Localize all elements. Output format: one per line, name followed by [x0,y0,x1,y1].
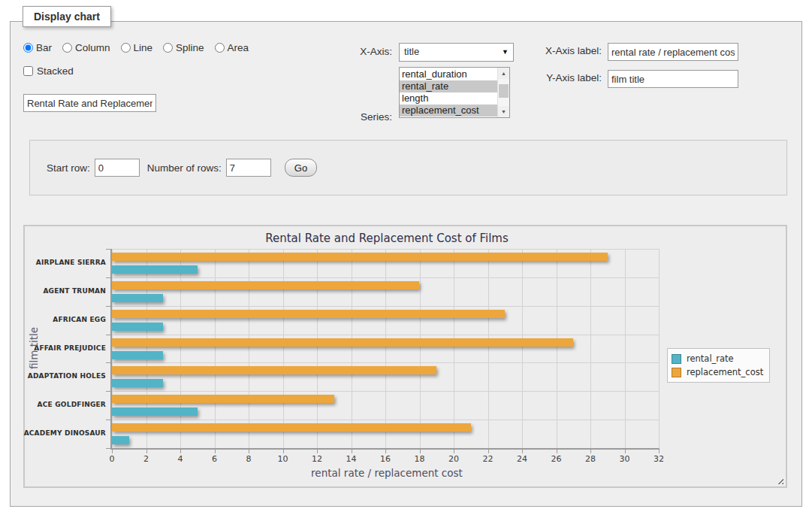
rows-panel: Start row: Number of rows: Go [29,140,787,195]
stacked-checkbox[interactable] [23,66,33,76]
legend-label-rental_rate: rental_rate [687,353,734,364]
y-axis-line [110,249,112,450]
scrollbar-track[interactable] [498,79,509,106]
series-options: rental_durationrental_ratelengthreplacem… [400,68,497,117]
bar-rental_rate [112,436,129,444]
radio-label-spline: Spline [176,42,204,53]
legend-label-replacement_cost: replacement_cost [687,367,763,377]
stacked-checkbox-row[interactable]: Stacked [23,65,74,77]
chart-container: Rental Rate and Replacement Cost of Film… [23,225,787,488]
gridline-horizontal [112,420,659,420]
x-tick-label: 20 [439,454,469,464]
category-label: AFFAIR PREJUDICE [34,344,106,353]
resize-grip-icon[interactable] [776,477,783,484]
x-tick-label: 18 [405,454,435,464]
gridline-vertical [352,249,352,448]
bar-replacement_cost [112,366,436,374]
scroll-down-icon[interactable]: ▼ [498,106,509,117]
gridline-vertical [659,249,660,448]
chart-title-input[interactable] [23,94,156,112]
x-tick-label: 30 [610,454,640,464]
gridline-vertical [590,249,591,448]
display-chart-panel: Display chart BarColumnLineSplineArea St… [10,21,802,507]
gridline-horizontal [112,335,659,335]
bar-replacement_cost [112,310,505,318]
radio-column[interactable] [62,43,72,53]
chart-type-option-column[interactable]: Column [62,42,110,53]
x-tick-label: 32 [644,454,674,464]
x-axis-selected-value: title [404,46,419,57]
x-axis-select[interactable]: title ▼ [399,43,514,62]
radio-area[interactable] [215,43,225,53]
x-tick-mark [215,450,216,453]
scrollbar-thumb[interactable] [499,84,509,98]
x-axis-label-input[interactable] [608,43,738,61]
x-tick-mark [385,450,386,453]
x-tick-mark [454,450,454,453]
category-label: AGENT TRUMAN [43,287,106,295]
scrollbar[interactable]: ▲ ▼ [497,68,509,117]
scroll-up-icon[interactable]: ▲ [498,68,509,79]
x-tick-mark [146,450,147,453]
series-listbox[interactable]: rental_durationrental_ratelengthreplacem… [399,67,510,118]
x-tick-label: 10 [268,454,298,464]
y-tick-mark [106,420,110,420]
legend-item-rental_rate: rental_rate [672,352,763,365]
series-option-replacement_cost[interactable]: replacement_cost [400,105,497,117]
radio-label-column: Column [75,42,110,53]
number-of-rows-label: Number of rows: [147,162,222,174]
y-tick-mark [106,362,110,363]
category-label: ADAPTATION HOLES [28,372,106,380]
gridline-horizontal [112,277,659,278]
chart-type-option-spline[interactable]: Spline [163,42,204,53]
x-tick-label: 16 [370,454,400,464]
legend-item-replacement_cost: replacement_cost [672,365,763,379]
radio-bar[interactable] [23,43,33,53]
x-tick-label: 2 [131,454,161,464]
series-option-rental_duration[interactable]: rental_duration [400,68,497,80]
radio-spline[interactable] [163,43,173,53]
x-tick-mark [249,450,249,453]
x-tick-label: 24 [507,454,537,464]
x-tick-label: 26 [542,454,572,464]
chart-title: Rental Rate and Replacement Cost of Film… [113,232,660,245]
start-row-input[interactable] [95,159,140,177]
radio-label-area: Area [228,42,249,53]
go-button[interactable]: Go [285,159,317,177]
gridline-vertical [488,249,489,448]
chart-type-option-bar[interactable]: Bar [23,42,52,53]
gridline-vertical [146,249,147,448]
gridline-vertical [625,249,626,448]
gridline-vertical [249,249,249,448]
series-option-rental_rate[interactable]: rental_rate [400,80,497,92]
y-tick-mark [106,448,110,449]
x-tick-label: 4 [165,454,195,464]
x-tick-label: 14 [337,454,367,464]
radio-line[interactable] [121,43,131,53]
y-axis-label-input[interactable] [608,70,738,88]
bar-rental_rate [112,407,198,416]
gridline-horizontal [112,306,659,307]
gridline-vertical [557,249,557,448]
chart-plot-area [112,249,659,448]
series-select-label: Series: [334,111,392,123]
bar-rental_rate [112,323,163,331]
bar-rental_rate [112,265,198,274]
x-tick-mark [659,450,660,453]
series-option-length[interactable]: length [400,92,497,105]
x-tick-mark [420,450,421,453]
y-tick-mark [106,391,110,392]
x-tick-mark [352,450,352,453]
x-tick-label: 6 [200,454,230,464]
x-tick-label: 12 [302,454,332,464]
number-of-rows-input[interactable] [226,159,271,177]
chart-type-radio-group: BarColumnLineSplineArea [23,42,249,53]
chart-type-option-area[interactable]: Area [215,42,249,53]
chart-legend: rental_ratereplacement_cost [667,348,770,383]
x-axis-title: rental rate / replacement cost [113,467,660,479]
category-label: AIRPLANE SIERRA [36,259,106,267]
bar-replacement_cost [112,423,471,432]
chart-type-option-line[interactable]: Line [121,42,153,53]
x-tick-mark [488,450,489,453]
gridline-horizontal [112,362,659,363]
